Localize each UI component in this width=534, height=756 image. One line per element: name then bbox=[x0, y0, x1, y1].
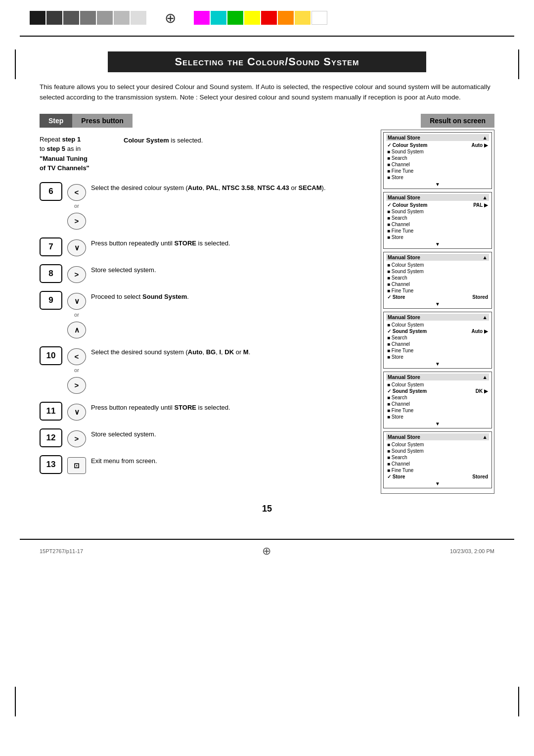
menu-panel-1-item-4: ■ Channel bbox=[386, 161, 489, 168]
menu-panel-1-item-6: ■ Store bbox=[386, 174, 489, 181]
menu-panel-2-item-3: ■ Search bbox=[386, 215, 489, 221]
color-block-r6 bbox=[278, 11, 294, 25]
menu-panel-2-item-4: ■ Channel bbox=[386, 221, 489, 228]
step-13-desc: Exit menu from screen. bbox=[91, 454, 371, 466]
menu-panel-2-arrow: ▼ bbox=[386, 241, 489, 247]
step-6-desc: Select the desired colour system (Auto, … bbox=[91, 181, 371, 193]
step-6-btn-left: < bbox=[67, 184, 86, 201]
menu-panel-4-item-6: ■ Store bbox=[386, 354, 489, 360]
footer-crosshair: ⊕ bbox=[262, 545, 271, 558]
menu-panel-1-arrow: ▼ bbox=[386, 182, 489, 187]
menu-panel-6-title: Manual Store▲ bbox=[386, 433, 489, 440]
color-block-7 bbox=[131, 11, 146, 25]
screen-results-panel: Manual Store▲ ✓ Colour SystemAuto ▶ ■ So… bbox=[381, 130, 494, 494]
menu-panel-2-item-5: ■ Fine Tune bbox=[386, 228, 489, 234]
menu-panel-4-item-5: ■ Fine Tune bbox=[386, 347, 489, 354]
color-block-r5 bbox=[261, 11, 277, 25]
menu-panel-5-title: Manual Store▲ bbox=[386, 374, 489, 380]
menu-panel-4-item-4: ■ Channel bbox=[386, 341, 489, 347]
footer-left: 15PT2767/p11-17 bbox=[40, 548, 83, 554]
crosshair-top: ⊕ bbox=[161, 9, 179, 27]
header-press: Press button bbox=[72, 114, 133, 128]
menu-panel-2-item-1: ✓ Colour SystemPAL ▶ bbox=[386, 202, 489, 208]
color-block-3 bbox=[63, 11, 79, 25]
color-block-r7 bbox=[295, 11, 311, 25]
right-margin-mark-bottom bbox=[518, 687, 519, 716]
header-row: Step Press button Result on screen bbox=[40, 114, 494, 128]
step-6-btn-right: > bbox=[67, 213, 86, 230]
color-block-6 bbox=[114, 11, 130, 25]
menu-panel-5: Manual Store▲ ■ Colour System ✓ Sound Sy… bbox=[383, 372, 492, 428]
step-12-btns: > bbox=[67, 427, 86, 447]
menu-panel-3-item-2: ■ Sound System bbox=[386, 268, 489, 275]
color-block-r3 bbox=[227, 11, 243, 25]
menu-panel-5-item-6: ■ Store bbox=[386, 414, 489, 420]
step-11-num: 11 bbox=[40, 402, 62, 421]
step-6-or: or bbox=[74, 203, 79, 209]
step-9-btn-caret: ∧ bbox=[67, 322, 86, 338]
color-blocks-left bbox=[30, 11, 146, 25]
step-6-btns: < or > bbox=[67, 181, 86, 230]
menu-panel-4-item-1: ■ Colour System bbox=[386, 322, 489, 328]
menu-panel-3-item-5: ■ Fine Tune bbox=[386, 287, 489, 294]
step-11-btns: ∨ bbox=[67, 401, 86, 421]
color-block-4 bbox=[80, 11, 96, 25]
step-8-row: 8 > Store selected system. bbox=[40, 263, 371, 283]
step-10-btn-right: > bbox=[67, 377, 86, 394]
menu-panel-3-item-4: ■ Channel bbox=[386, 281, 489, 287]
menu-panel-6-arrow: ▼ bbox=[386, 481, 489, 486]
menu-panel-6-item-6: ✓ StoreStored bbox=[386, 473, 489, 480]
color-block-2 bbox=[46, 11, 62, 25]
color-block-r1 bbox=[194, 11, 210, 25]
step-9-row: 9 ∨ or ∧ Proceed to select Sound System. bbox=[40, 290, 371, 338]
menu-panel-2-item-6: ■ Store bbox=[386, 234, 489, 240]
menu-panel-6-item-2: ■ Sound System bbox=[386, 448, 489, 454]
step-9-or: or bbox=[74, 312, 79, 318]
step-11-desc: Press button repeatedly until STORE is s… bbox=[91, 401, 371, 413]
step-6-row: 6 < or > Select the desired colour syste… bbox=[40, 181, 371, 230]
step-10-btn-left: < bbox=[67, 348, 86, 365]
repeat-step-text: Repeat step 1to step 5 as in "Manual Tun… bbox=[40, 135, 119, 173]
step-10-num: 10 bbox=[40, 346, 62, 365]
step-12-btn: > bbox=[67, 430, 86, 447]
menu-panel-3-title: Manual Store▲ bbox=[386, 254, 489, 261]
steps-section: Repeat step 1to step 5 as in "Manual Tun… bbox=[40, 130, 371, 481]
step-12-row: 12 > Store selected system. bbox=[40, 427, 371, 447]
footer-right: 10/23/03, 2:00 PM bbox=[450, 548, 494, 554]
menu-panel-6-item-5: ■ Fine Tune bbox=[386, 467, 489, 473]
header-step: Step bbox=[40, 114, 72, 128]
menu-panel-1-item-2: ■ Sound System bbox=[386, 148, 489, 155]
menu-panel-5-arrow: ▼ bbox=[386, 421, 489, 426]
color-blocks-right bbox=[194, 11, 327, 25]
step-10-or: or bbox=[74, 367, 79, 373]
step-8-btn: > bbox=[67, 266, 86, 283]
menu-panel-6-item-3: ■ Search bbox=[386, 454, 489, 461]
step-7-row: 7 ∨ Press button repeatedly until STORE … bbox=[40, 236, 371, 256]
menu-panel-6-item-4: ■ Channel bbox=[386, 461, 489, 467]
menu-panel-1-title: Manual Store▲ bbox=[386, 134, 489, 141]
menu-panel-4-item-3: ■ Search bbox=[386, 334, 489, 341]
page-title: Selecting the Colour/Sound System bbox=[108, 51, 426, 72]
step-11-btn: ∨ bbox=[67, 404, 86, 421]
menu-panel-5-item-5: ■ Fine Tune bbox=[386, 407, 489, 414]
menu-panel-3: Manual Store▲ ■ Colour System ■ Sound Sy… bbox=[383, 252, 492, 309]
step-9-desc: Proceed to select Sound System. bbox=[91, 290, 371, 302]
step-12-num: 12 bbox=[40, 428, 62, 447]
step-9-num: 9 bbox=[40, 291, 62, 310]
color-block-1 bbox=[30, 11, 45, 25]
menu-panel-3-item-6: ✓ StoreStored bbox=[386, 294, 489, 300]
step-13-btn-menu: ⊡ bbox=[67, 457, 86, 474]
step-7-desc: Press button repeatedly until STORE is s… bbox=[91, 236, 371, 248]
step-10-row: 10 < or > Select the desired sound syste… bbox=[40, 345, 371, 394]
menu-panel-3-item-3: ■ Search bbox=[386, 275, 489, 281]
menu-panel-3-arrow: ▼ bbox=[386, 301, 489, 307]
main-content: Selecting the Colour/Sound System This f… bbox=[0, 37, 534, 539]
menu-panel-2: Manual Store▲ ✓ Colour SystemPAL ▶ ■ Sou… bbox=[383, 192, 492, 249]
menu-panel-4-arrow: ▼ bbox=[386, 361, 489, 367]
step-7-btn-v: ∨ bbox=[67, 239, 86, 256]
menu-panel-5-item-2: ✓ Sound SystemDK ▶ bbox=[386, 388, 489, 394]
color-block-r4 bbox=[244, 11, 260, 25]
left-margin-mark-top bbox=[15, 49, 16, 79]
step-11-row: 11 ∨ Press button repeatedly until STORE… bbox=[40, 401, 371, 421]
menu-panel-1: Manual Store▲ ✓ Colour SystemAuto ▶ ■ So… bbox=[383, 132, 492, 189]
